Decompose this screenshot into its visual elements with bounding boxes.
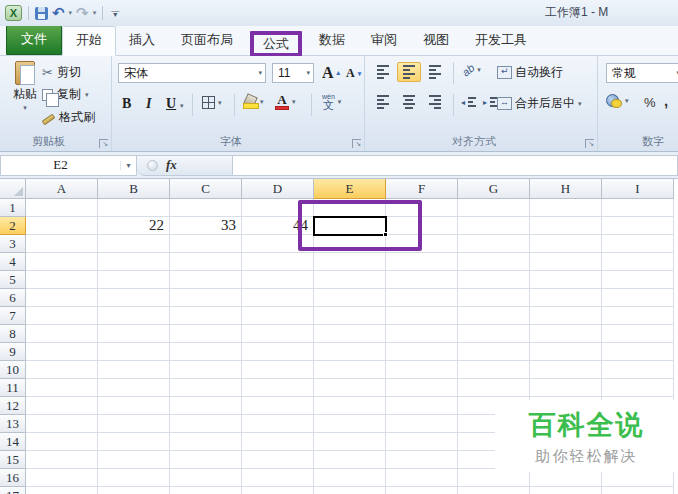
- cell-G6[interactable]: [458, 289, 530, 307]
- underline-dropdown-icon[interactable]: ▾: [180, 102, 184, 110]
- cell-A2[interactable]: [26, 217, 98, 235]
- cell-F14[interactable]: [386, 433, 458, 451]
- cell-C8[interactable]: [170, 325, 242, 343]
- cell-H17[interactable]: [530, 487, 602, 494]
- cut-button[interactable]: ✂ 剪切: [42, 64, 81, 81]
- column-header-D[interactable]: D: [242, 179, 314, 199]
- select-all-corner[interactable]: [0, 179, 26, 199]
- row-header-14[interactable]: 14: [0, 433, 26, 451]
- chevron-down-icon[interactable]: ▾: [23, 104, 27, 112]
- cell-G8[interactable]: [458, 325, 530, 343]
- cell-G1[interactable]: [458, 199, 530, 217]
- cell-H9[interactable]: [530, 343, 602, 361]
- cell-I8[interactable]: [602, 325, 674, 343]
- cell-I9[interactable]: [602, 343, 674, 361]
- cell-C11[interactable]: [170, 379, 242, 397]
- cell-D12[interactable]: [242, 397, 314, 415]
- cell-B14[interactable]: [98, 433, 170, 451]
- chevron-down-icon[interactable]: ▾: [260, 98, 264, 106]
- cell-F17[interactable]: [386, 487, 458, 494]
- column-header-F[interactable]: F: [386, 179, 458, 199]
- cell-B15[interactable]: [98, 451, 170, 469]
- dialog-launcher-icon[interactable]: ↘: [585, 139, 594, 148]
- cell-H8[interactable]: [530, 325, 602, 343]
- cell-D11[interactable]: [242, 379, 314, 397]
- cell-B2[interactable]: 22: [98, 217, 170, 235]
- cell-E12[interactable]: [314, 397, 386, 415]
- cell-H6[interactable]: [530, 289, 602, 307]
- row-header-2[interactable]: 2: [0, 217, 26, 235]
- formula-input[interactable]: [233, 155, 678, 176]
- cell-I17[interactable]: [602, 487, 674, 494]
- cell-G7[interactable]: [458, 307, 530, 325]
- save-icon[interactable]: [35, 7, 48, 20]
- cell-B9[interactable]: [98, 343, 170, 361]
- column-header-H[interactable]: H: [530, 179, 602, 199]
- cell-D16[interactable]: [242, 469, 314, 487]
- row-header-6[interactable]: 6: [0, 289, 26, 307]
- cell-F13[interactable]: [386, 415, 458, 433]
- chevron-down-icon[interactable]: ▾: [218, 99, 222, 107]
- cell-A13[interactable]: [26, 415, 98, 433]
- cell-G2[interactable]: [458, 217, 530, 235]
- column-header-I[interactable]: I: [602, 179, 674, 199]
- cell-F5[interactable]: [386, 271, 458, 289]
- cell-C7[interactable]: [170, 307, 242, 325]
- name-box-dropdown-icon[interactable]: ▾: [120, 161, 136, 170]
- chevron-down-icon[interactable]: ▾: [85, 91, 89, 99]
- cell-H5[interactable]: [530, 271, 602, 289]
- cell-I10[interactable]: [602, 361, 674, 379]
- cell-C13[interactable]: [170, 415, 242, 433]
- cell-B6[interactable]: [98, 289, 170, 307]
- row-header-7[interactable]: 7: [0, 307, 26, 325]
- row-header-15[interactable]: 15: [0, 451, 26, 469]
- tab-home[interactable]: 开始: [62, 26, 116, 56]
- percent-style-button[interactable]: %: [644, 95, 656, 110]
- column-header-G[interactable]: G: [458, 179, 530, 199]
- cell-I1[interactable]: [602, 199, 674, 217]
- cell-G10[interactable]: [458, 361, 530, 379]
- cell-C9[interactable]: [170, 343, 242, 361]
- cell-A9[interactable]: [26, 343, 98, 361]
- align-right-button[interactable]: [423, 92, 447, 112]
- chevron-down-icon[interactable]: ▾: [292, 98, 296, 106]
- row-header-9[interactable]: 9: [0, 343, 26, 361]
- cell-C16[interactable]: [170, 469, 242, 487]
- cell-D5[interactable]: [242, 271, 314, 289]
- cell-F16[interactable]: [386, 469, 458, 487]
- cell-F11[interactable]: [386, 379, 458, 397]
- row-header-17[interactable]: 17: [0, 487, 26, 494]
- cell-E5[interactable]: [314, 271, 386, 289]
- cell-F10[interactable]: [386, 361, 458, 379]
- cell-G4[interactable]: [458, 253, 530, 271]
- cell-C15[interactable]: [170, 451, 242, 469]
- row-header-10[interactable]: 10: [0, 361, 26, 379]
- cell-A16[interactable]: [26, 469, 98, 487]
- chevron-down-icon[interactable]: ▾: [578, 100, 582, 108]
- tab-data[interactable]: 数据: [306, 27, 358, 55]
- cell-B17[interactable]: [98, 487, 170, 494]
- column-header-B[interactable]: B: [98, 179, 170, 199]
- cell-C12[interactable]: [170, 397, 242, 415]
- number-format-select[interactable]: 常规 ▾: [606, 63, 678, 83]
- cell-G3[interactable]: [458, 235, 530, 253]
- cell-D14[interactable]: [242, 433, 314, 451]
- cell-D7[interactable]: [242, 307, 314, 325]
- cell-A10[interactable]: [26, 361, 98, 379]
- row-header-16[interactable]: 16: [0, 469, 26, 487]
- cell-D13[interactable]: [242, 415, 314, 433]
- cell-C10[interactable]: [170, 361, 242, 379]
- customize-quick-access-icon[interactable]: —▾: [111, 9, 119, 17]
- bold-button[interactable]: B: [122, 96, 131, 112]
- cell-A11[interactable]: [26, 379, 98, 397]
- cell-C1[interactable]: [170, 199, 242, 217]
- cell-E4[interactable]: [314, 253, 386, 271]
- cell-F15[interactable]: [386, 451, 458, 469]
- cell-A14[interactable]: [26, 433, 98, 451]
- cell-G9[interactable]: [458, 343, 530, 361]
- bottom-align-button[interactable]: [423, 62, 447, 82]
- row-header-13[interactable]: 13: [0, 415, 26, 433]
- cell-H3[interactable]: [530, 235, 602, 253]
- phonetic-guide-button[interactable]: wén 文 ▾: [322, 93, 341, 111]
- cell-D6[interactable]: [242, 289, 314, 307]
